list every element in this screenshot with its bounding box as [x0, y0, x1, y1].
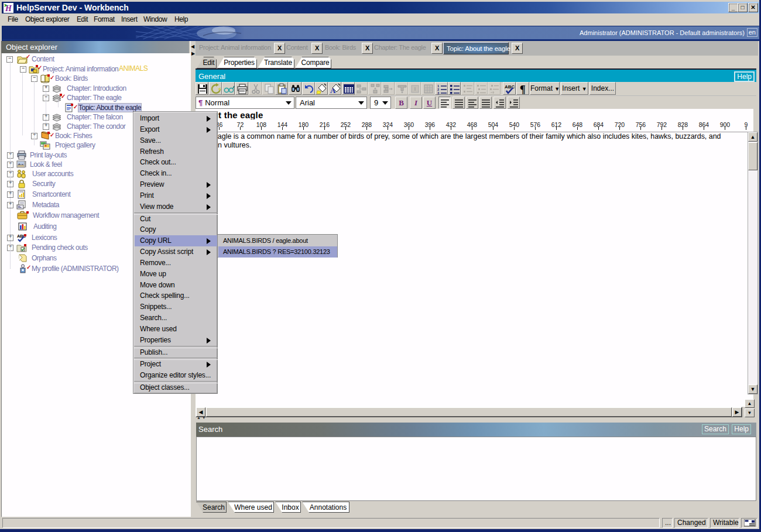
svg-text:A: A — [330, 86, 336, 95]
svg-text:ABC: ABC — [505, 84, 515, 90]
svg-text:3: 3 — [437, 91, 440, 95]
svg-text:¶: ¶ — [520, 84, 526, 95]
